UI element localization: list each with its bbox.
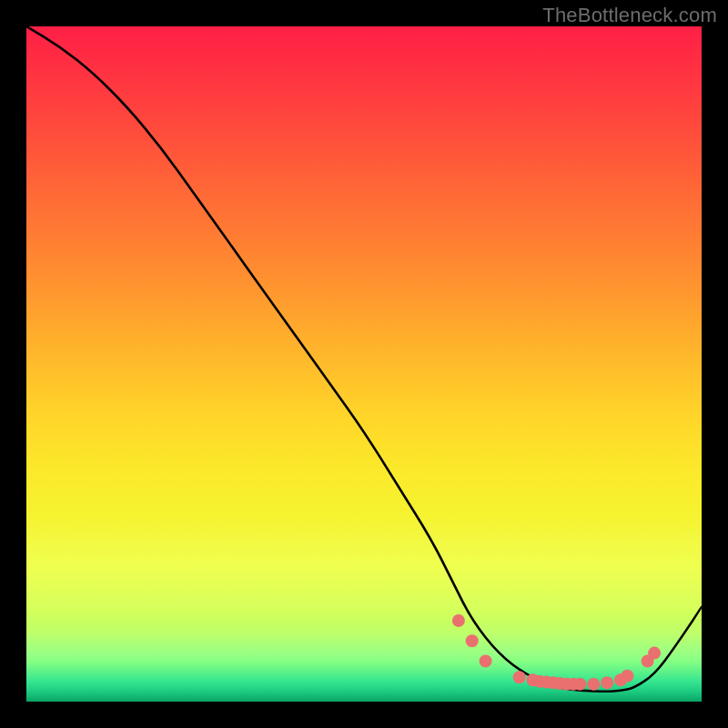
data-marker [480,655,492,668]
data-marker [513,671,526,683]
data-marker [601,676,613,689]
chart-frame: TheBottleneck.com [0,0,728,728]
data-marker [452,614,465,627]
data-marker [587,678,600,691]
curve-svg [26,26,702,702]
data-marker [648,647,661,660]
data-marker [573,678,586,691]
data-marker [621,670,633,682]
marker-group [452,614,661,691]
watermark-text: TheBottleneck.com [542,4,717,27]
gradient-plot-area [26,26,702,702]
bottleneck-curve [26,26,702,692]
data-marker [466,634,479,647]
